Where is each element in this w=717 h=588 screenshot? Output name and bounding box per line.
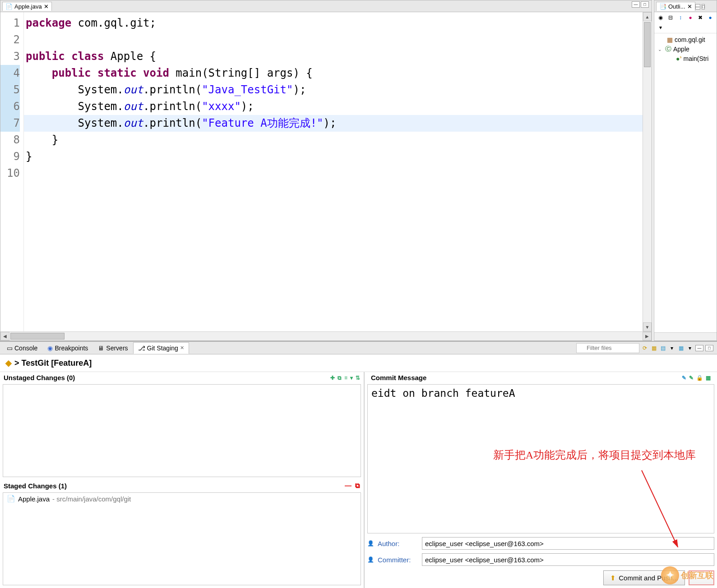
toolbar-icon-3[interactable]: ▾ (668, 345, 675, 352)
java-file-icon: 📄 (7, 495, 15, 503)
outline-pane: 📑 Outli... ✕ — □ ◉ ⊟ ↕ ● ✖ ● ▾ (654, 0, 717, 341)
unstage-icon[interactable]: — (345, 482, 352, 490)
outline-package-label: com.gql.git (675, 36, 705, 43)
toolbar-icon-1[interactable]: ▦ (650, 345, 657, 352)
outline-tab[interactable]: 📑 Outli... ✕ (656, 2, 695, 11)
editor-tabbar: 📄 Apple.java ✕ — □ (0, 0, 652, 12)
toolbar-icon-4[interactable]: ▦ (677, 345, 685, 352)
hide-static-icon[interactable]: ✖ (697, 14, 704, 21)
add-icon[interactable]: ✚ (330, 375, 335, 381)
filter-wrap: 🔍 (576, 343, 639, 353)
breakpoints-icon: ◉ (47, 345, 53, 352)
commit-message-header: Commit Message ✎ ✎ 🔒 ▦ (367, 372, 714, 383)
editor-pane: 📄 Apple.java ✕ — □ 12345678910 package c… (0, 0, 652, 341)
scroll-down-icon[interactable]: ▼ (643, 322, 652, 331)
outline-toolbar: ◉ ⊟ ↕ ● ✖ ● ▾ (654, 12, 717, 33)
tab-servers[interactable]: 🖥 Servers (93, 342, 133, 354)
git-icon: ⎇ (138, 345, 145, 352)
expander-icon[interactable]: ⌄ (658, 47, 663, 52)
tab-breakpoints-label: Breakpoints (55, 345, 88, 352)
watermark-icon: ✦ (661, 566, 679, 584)
scroll-right-icon[interactable]: ▶ (643, 332, 652, 340)
menu-icon[interactable]: ▾ (657, 24, 664, 31)
scroll-left-icon[interactable]: ◀ (0, 332, 9, 340)
sort-icon[interactable]: ⇅ (356, 375, 360, 381)
list-icon[interactable]: ≡ (344, 375, 347, 381)
outline-tabbar: 📑 Outli... ✕ — □ (654, 0, 717, 12)
console-icon: ▭ (7, 345, 13, 352)
committer-label: Committer: (378, 556, 418, 564)
close-icon[interactable]: ✕ (44, 3, 49, 10)
close-icon[interactable]: ✕ (180, 345, 184, 351)
editor-tab-label: Apple.java (14, 3, 42, 10)
author-input[interactable] (422, 537, 714, 550)
tab-console[interactable]: ▭ Console (2, 342, 42, 354)
minimize-icon[interactable]: — (632, 1, 640, 8)
tab-servers-label: Servers (106, 345, 128, 352)
hide-fields-icon[interactable]: ● (687, 14, 694, 21)
vertical-scrollbar[interactable]: ▲ ▼ (643, 12, 652, 331)
maximize-icon[interactable]: □ (702, 4, 705, 9)
outline-method-label: main(Stri (683, 55, 708, 62)
unstaged-header: Unstaged Changes (0) ✚ ⧉ ≡ ▾ ⇅ (0, 372, 364, 383)
repo-header: ◆ > TestGit [FeatureA] (0, 354, 717, 372)
method-icon: ●s (676, 55, 681, 62)
refresh-icon[interactable]: ⟳ (641, 345, 648, 352)
outline-icon: 📑 (659, 3, 666, 10)
toolbar-icon-2[interactable]: ▤ (659, 345, 666, 352)
class-icon: Ⓒ (665, 45, 671, 53)
staged-list[interactable]: 📄 Apple.java - src/main/java/com/gql/git (3, 492, 361, 585)
tab-git-staging[interactable]: ⎇ Git Staging ✕ (133, 342, 189, 354)
outline-method[interactable]: ●s main(Stri (655, 54, 716, 63)
bottom-tabbar: ▭ Console ◉ Breakpoints 🖥 Servers ⎇ Git … (0, 342, 717, 354)
java-file-icon: 📄 (5, 3, 13, 10)
outline-tree[interactable]: ▦ com.gql.git ⌄ Ⓒ Apple ●s main(Stri (654, 33, 717, 332)
amend-icon[interactable]: ✎ (682, 375, 686, 381)
scrollbar-thumb[interactable] (644, 22, 651, 67)
outline-class-label: Apple (673, 46, 689, 53)
menu-dropdown-icon[interactable]: ▾ (350, 375, 353, 381)
tab-breakpoints[interactable]: ◉ Breakpoints (42, 342, 93, 354)
committer-input[interactable] (422, 553, 714, 566)
staged-file-name: Apple.java (18, 495, 50, 503)
line-number-gutter: 12345678910 (0, 12, 24, 331)
author-icon: 👤 (367, 540, 374, 547)
code-area[interactable]: package com.gql.git; public class Apple … (24, 12, 643, 331)
horizontal-scrollbar[interactable]: ◀ ▶ (0, 331, 652, 340)
outline-class[interactable]: ⌄ Ⓒ Apple (655, 44, 716, 54)
staged-file-row[interactable]: 📄 Apple.java - src/main/java/com/gql/git (3, 493, 361, 505)
collapse-icon[interactable]: ⊟ (667, 14, 674, 21)
editor-tab-apple[interactable]: 📄 Apple.java ✕ (2, 2, 52, 11)
filter-files-input[interactable] (576, 343, 639, 353)
signoff-icon[interactable]: ✎ (689, 375, 694, 381)
annotation-text: 新手把A功能完成后，将项目提交到本地库 (493, 448, 696, 462)
close-icon[interactable]: ✕ (687, 3, 692, 10)
hscrollbar-thumb[interactable] (10, 333, 65, 340)
watermark-text: 创新互联 (681, 570, 713, 581)
menu-icon[interactable]: ▾ (686, 345, 694, 352)
maximize-icon[interactable]: □ (641, 1, 649, 8)
repo-icon: ◆ (5, 358, 12, 368)
scroll-up-icon[interactable]: ▲ (643, 12, 652, 21)
hide-nonpublic-icon[interactable]: ● (707, 14, 714, 21)
commit-message-input[interactable]: eidt on branch featureA 新手把A功能完成后，将项目提交到… (367, 384, 714, 533)
minimize-icon[interactable]: — (695, 345, 703, 351)
code-editor[interactable]: 12345678910 package com.gql.git; public … (0, 12, 652, 331)
outline-hscrollbar[interactable] (654, 332, 717, 340)
svg-line-0 (642, 470, 678, 547)
changeid-icon[interactable]: 🔒 (696, 375, 703, 381)
servers-icon: 🖥 (98, 345, 104, 352)
focus-icon[interactable]: ◉ (657, 14, 664, 21)
unstaged-list[interactable] (3, 384, 361, 477)
watermark: ✦ 创新互联 (661, 566, 713, 584)
author-row: 👤 Author: (367, 537, 714, 550)
preview-icon[interactable]: ▦ (706, 375, 711, 381)
maximize-icon[interactable]: □ (705, 345, 713, 351)
author-label: Author: (378, 540, 418, 547)
minimize-icon[interactable]: — (695, 4, 700, 9)
unstage-all-icon[interactable]: ⧉ (355, 482, 360, 490)
package-icon: ▦ (667, 36, 673, 43)
sort-icon[interactable]: ↕ (677, 14, 684, 21)
outline-package[interactable]: ▦ com.gql.git (655, 35, 716, 44)
add-all-icon[interactable]: ⧉ (338, 375, 342, 381)
